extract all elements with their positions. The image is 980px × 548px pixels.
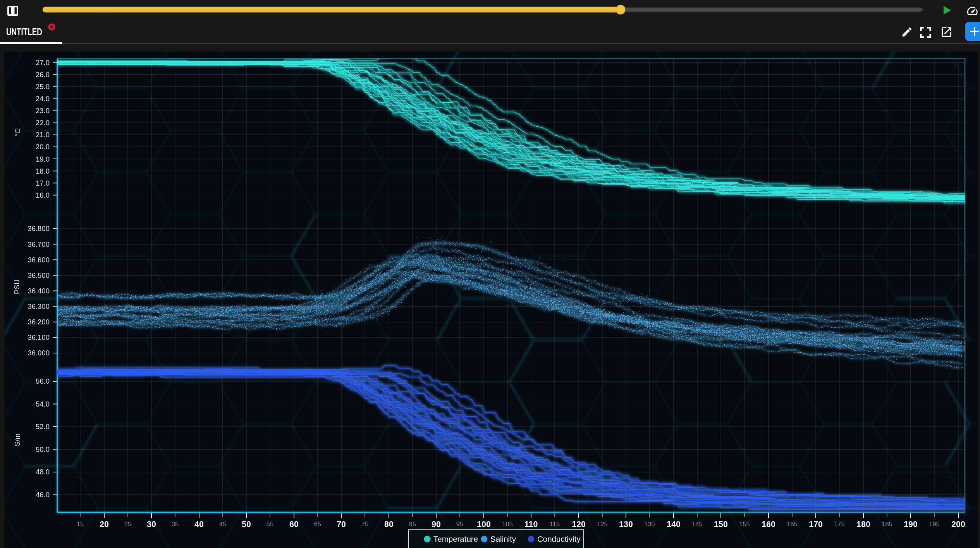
svg-text:170: 170 bbox=[809, 520, 823, 529]
svg-text:18.0: 18.0 bbox=[36, 167, 50, 175]
svg-text:200: 200 bbox=[951, 520, 965, 529]
svg-text:52.0: 52.0 bbox=[36, 422, 50, 431]
svg-text:16.0: 16.0 bbox=[36, 191, 50, 199]
svg-text:PSU: PSU bbox=[13, 279, 21, 294]
svg-text:155: 155 bbox=[739, 520, 750, 527]
svg-text:36.800: 36.800 bbox=[28, 224, 50, 233]
svg-text:19.0: 19.0 bbox=[36, 155, 50, 163]
svg-text:70: 70 bbox=[337, 520, 346, 529]
svg-text:115: 115 bbox=[550, 520, 560, 527]
svg-text:56.0: 56.0 bbox=[36, 377, 50, 385]
svg-text:36.500: 36.500 bbox=[28, 271, 50, 279]
svg-text:25.0: 25.0 bbox=[36, 83, 50, 91]
svg-text:100: 100 bbox=[477, 520, 491, 529]
svg-text:110: 110 bbox=[524, 520, 538, 529]
svg-text:65: 65 bbox=[314, 520, 321, 527]
svg-text:150: 150 bbox=[714, 520, 728, 529]
svg-text:55: 55 bbox=[266, 520, 273, 527]
svg-text:85: 85 bbox=[409, 520, 416, 527]
svg-text:125: 125 bbox=[597, 520, 608, 527]
svg-text:°C: °C bbox=[14, 129, 22, 137]
svg-text:20: 20 bbox=[100, 520, 109, 529]
svg-text:195: 195 bbox=[929, 520, 940, 527]
svg-text:130: 130 bbox=[619, 520, 633, 529]
svg-text:23.0: 23.0 bbox=[36, 107, 50, 115]
svg-text:120: 120 bbox=[572, 520, 586, 529]
svg-text:145: 145 bbox=[692, 520, 703, 527]
svg-text:160: 160 bbox=[762, 520, 775, 529]
svg-text:175: 175 bbox=[834, 520, 845, 527]
svg-text:22.0: 22.0 bbox=[36, 119, 50, 127]
svg-text:36.000: 36.000 bbox=[28, 349, 50, 357]
svg-text:36.600: 36.600 bbox=[28, 256, 50, 264]
svg-text:48.0: 48.0 bbox=[36, 468, 50, 476]
svg-text:50.0: 50.0 bbox=[36, 445, 50, 453]
svg-text:35: 35 bbox=[172, 520, 179, 527]
svg-text:180: 180 bbox=[856, 520, 870, 529]
svg-text:Temperature: Temperature bbox=[433, 534, 478, 543]
svg-text:Salinity: Salinity bbox=[490, 534, 516, 543]
svg-text:36.100: 36.100 bbox=[28, 333, 50, 341]
svg-text:S/m: S/m bbox=[13, 434, 21, 446]
svg-text:165: 165 bbox=[787, 520, 798, 527]
svg-text:190: 190 bbox=[904, 520, 918, 529]
svg-text:24.0: 24.0 bbox=[36, 95, 50, 103]
svg-text:60: 60 bbox=[289, 520, 299, 529]
svg-text:36.300: 36.300 bbox=[28, 302, 50, 310]
svg-text:36.200: 36.200 bbox=[28, 318, 50, 326]
svg-text:21.0: 21.0 bbox=[36, 131, 50, 139]
svg-text:Conductivity: Conductivity bbox=[537, 534, 581, 543]
svg-text:40: 40 bbox=[194, 520, 204, 529]
svg-text:15: 15 bbox=[77, 520, 84, 527]
svg-text:17.0: 17.0 bbox=[36, 179, 50, 187]
svg-text:80: 80 bbox=[384, 520, 394, 529]
svg-text:45: 45 bbox=[219, 520, 226, 527]
svg-text:105: 105 bbox=[502, 520, 513, 527]
svg-text:20.0: 20.0 bbox=[36, 143, 50, 151]
svg-text:135: 135 bbox=[644, 520, 655, 527]
svg-text:90: 90 bbox=[432, 520, 441, 529]
svg-text:185: 185 bbox=[882, 520, 892, 527]
svg-text:30: 30 bbox=[147, 520, 156, 529]
svg-text:46.0: 46.0 bbox=[36, 491, 50, 499]
svg-text:50: 50 bbox=[242, 520, 251, 529]
svg-text:54.0: 54.0 bbox=[36, 400, 50, 408]
svg-text:25: 25 bbox=[124, 520, 131, 527]
svg-text:36.700: 36.700 bbox=[28, 240, 50, 248]
svg-text:140: 140 bbox=[667, 520, 681, 529]
svg-text:75: 75 bbox=[361, 520, 368, 527]
svg-text:36.400: 36.400 bbox=[28, 287, 50, 295]
svg-text:26.0: 26.0 bbox=[36, 71, 50, 79]
svg-text:27.0: 27.0 bbox=[36, 59, 50, 67]
svg-text:95: 95 bbox=[456, 520, 463, 527]
